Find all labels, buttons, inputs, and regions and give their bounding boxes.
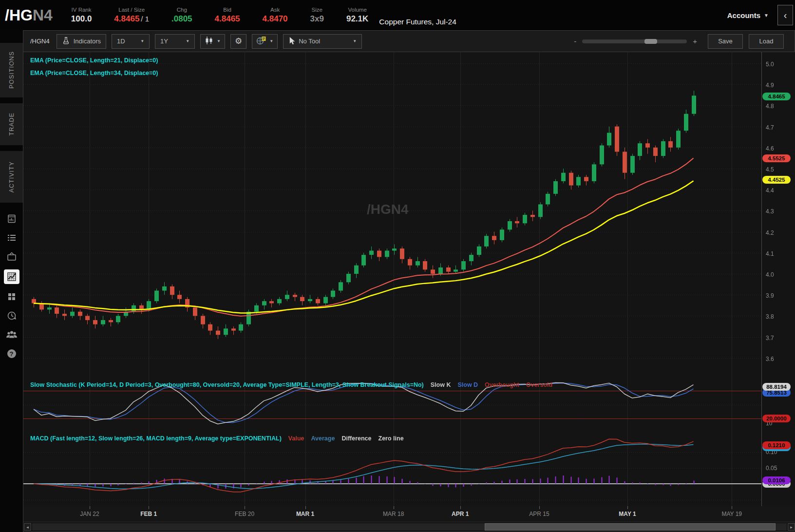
price-axis-tick: 3.7: [766, 335, 774, 342]
zoom-slider-thumb[interactable]: [644, 39, 657, 44]
price-axis-tick: 4.1: [766, 250, 774, 257]
macd-axis-tick: 0.05: [766, 465, 777, 472]
history-icon[interactable]: [3, 309, 20, 322]
macd-legend: MACD (Fast length=12, Slow length=26, MA…: [30, 435, 404, 442]
price-axis-tick: 4.6: [766, 145, 774, 152]
price-axis-tick: 4.5: [766, 166, 774, 173]
scroll-right-button[interactable]: ▸: [788, 523, 795, 531]
sidebar-icons: ?: [0, 212, 23, 360]
field-value-ask: 4.8470: [263, 14, 288, 24]
price-axis-tick: 4.4: [766, 187, 774, 194]
time-tick-label: APR 1: [452, 511, 469, 517]
quote-field-bid: Bid4.8465: [215, 7, 240, 24]
zoom-slider-track[interactable]: [582, 39, 687, 43]
legend-item-zero-line: Zero line: [379, 435, 404, 442]
ema34-study-label: EMA (Price=CLOSE, Length=34, Displace=0): [30, 70, 158, 76]
field-value-iv-rank: 100.0: [71, 14, 92, 24]
chevron-left-icon: ‹: [784, 10, 787, 21]
chart-toolbar: /HGN4 Indicators 1D ▼ 1Y ▼ ▼ ⚙ ▼ No Tool…: [23, 31, 795, 52]
symbol-root: /HG: [5, 6, 33, 24]
quote-field-volume: Volume92.1K: [346, 7, 368, 24]
legend-item-slow-k: Slow K: [431, 381, 451, 388]
macd-study-label: MACD (Fast length=12, Slow length=26, MA…: [30, 435, 282, 442]
price-axis-tick: 3.6: [766, 356, 774, 362]
time-tick-label: MAR 1: [296, 511, 314, 517]
legend-item-oversold: Oversold: [526, 381, 552, 388]
legend-item-slow-d: Slow D: [457, 381, 478, 388]
scrollbar-track[interactable]: [32, 523, 787, 531]
indicators-button[interactable]: Indicators: [57, 34, 106, 49]
legend-item-overbought: Overbought: [485, 381, 519, 388]
symbol-input[interactable]: /HGN4: [30, 38, 50, 45]
time-tick-label: JAN 22: [80, 511, 99, 517]
field-label-iv-rank: IV Rank: [72, 7, 92, 13]
quote-field-size: Size3x9: [310, 7, 324, 24]
quote-header: /HGN4 IV Rank100.0Last / Size4.8465/ 1Ch…: [0, 0, 795, 30]
watchlist-icon[interactable]: [3, 231, 20, 244]
price-chart-canvas[interactable]: [23, 52, 795, 380]
macd-value-bubble: 0.1210: [762, 441, 791, 449]
instrument-description: Copper Futures, Jul-24: [379, 18, 456, 30]
price-axis-tick: 4.8: [766, 103, 774, 110]
apps-grid-icon[interactable]: [3, 290, 20, 303]
field-value-last-size: 4.8465/ 1: [114, 14, 149, 24]
accounts-dropdown[interactable]: Accounts ▼: [727, 11, 769, 19]
candlestick-icon: [205, 37, 213, 46]
field-value-bid: 4.8465: [215, 14, 240, 24]
quote-fields: IV Rank100.0Last / Size4.8465/ 1Chg.0805…: [71, 7, 369, 24]
field-label-ask: Ask: [270, 7, 280, 13]
help-icon[interactable]: ?: [3, 347, 20, 360]
question-mark-glyph: ?: [7, 349, 16, 358]
sidebar-tabs: POSITIONSTRADEACTIVITY: [0, 43, 23, 203]
field-label-volume: Volume: [348, 7, 366, 13]
price-axis-tick: 3.9: [766, 292, 774, 299]
scrollbar-thumb[interactable]: [485, 523, 775, 531]
ema21-bubble: 4.5525: [762, 154, 791, 162]
timeframe-dropdown[interactable]: 1D ▼: [112, 34, 150, 49]
price-axis-tick: 4.0: [766, 271, 774, 278]
left-sidebar: POSITIONSTRADEACTIVITY ?: [0, 30, 23, 532]
time-tick-mark: [245, 506, 245, 509]
field-value-chg: .0805: [171, 14, 192, 24]
load-button[interactable]: Load: [749, 34, 784, 49]
price-axis-tick: 4.7: [766, 124, 774, 131]
scroll-left-button[interactable]: ◂: [24, 523, 31, 531]
chevron-down-icon: ▼: [269, 39, 273, 43]
save-button[interactable]: Save: [708, 34, 743, 49]
active-tool-dropdown[interactable]: No Tool ▼: [283, 34, 362, 49]
chart-settings-button[interactable]: ⚙: [230, 34, 246, 49]
price-axis-tick: 4.3: [766, 208, 774, 215]
sidebar-tab-activity[interactable]: ACTIVITY: [0, 151, 23, 203]
drawing-set-dropdown[interactable]: ▼: [252, 34, 278, 49]
time-tick-mark: [539, 506, 540, 509]
time-tick-mark: [460, 506, 461, 509]
field-label-bid: Bid: [223, 7, 231, 13]
last-price-bubble: 4.8465: [762, 93, 791, 100]
legend-item-value: Value: [288, 435, 304, 442]
time-tick-label: FEB 20: [235, 511, 254, 517]
range-value: 1Y: [160, 38, 168, 45]
horizontal-scrollbar[interactable]: ◂ ▸: [23, 522, 795, 532]
sidebar-tab-trade[interactable]: TRADE: [0, 103, 23, 145]
time-tick-label: MAY 19: [721, 511, 742, 517]
stochastic-panel: Slow Stochastic (K Period=14, D Period=3…: [23, 380, 795, 433]
charts-icon[interactable]: [4, 269, 19, 284]
zoom-out-button[interactable]: -: [574, 37, 576, 45]
chevron-down-icon: ▼: [186, 39, 189, 43]
field-value-size: 3x9: [310, 14, 324, 24]
range-dropdown[interactable]: 1Y ▼: [155, 34, 195, 49]
zoom-in-button[interactable]: +: [693, 37, 697, 45]
macd-canvas[interactable]: [23, 433, 795, 506]
chevron-down-icon: ▼: [140, 39, 144, 43]
sidebar-tab-positions[interactable]: POSITIONS: [0, 43, 23, 97]
cursor-icon: [288, 37, 295, 46]
tv-icon[interactable]: [3, 250, 20, 263]
community-icon[interactable]: [3, 328, 20, 341]
macd-difference-bubble: 0.0106: [762, 476, 791, 484]
time-tick-label: FEB 1: [140, 511, 157, 517]
report-icon[interactable]: [3, 212, 20, 225]
slow-k-bubble: 88.8194: [762, 383, 791, 391]
chart-type-dropdown[interactable]: ▼: [200, 34, 225, 49]
symbol-title: /HGN4: [5, 6, 53, 24]
collapse-panel-button[interactable]: ‹: [777, 5, 793, 25]
